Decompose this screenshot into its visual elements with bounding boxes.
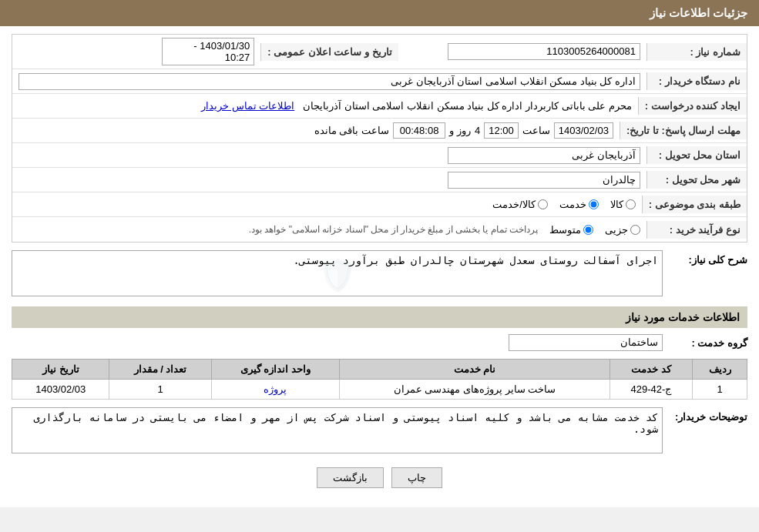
label-noe-farayand: نوع فرآیند خرید :	[646, 221, 747, 239]
services-table: ردیف کد خدمت نام خدمت واحد اندازه گیری ت…	[12, 359, 747, 400]
value-noe-farayand: جزیی متوسط پرداخت تمام یا بخشی از مبلغ خ…	[12, 221, 646, 239]
label-shahr: شهر محل تحویل :	[646, 171, 747, 189]
farayand-motovaset[interactable]: متوسط	[549, 224, 593, 236]
farayand-jozi[interactable]: جزیی	[605, 224, 640, 236]
towzih-textarea[interactable]: کد خدمت مشابه می باشد و کلیه اسناد پیوست…	[12, 407, 663, 453]
date-value: 1403/02/03	[554, 122, 613, 139]
value-ijad-konande: محرم علی باباتی کاربردار اداره کل بنیاد …	[12, 97, 638, 115]
row-noe-farayand: نوع فرآیند خرید : جزیی متوسط پرداخت تمام…	[12, 217, 747, 242]
value-ostan: آذربایجان غربی	[12, 144, 646, 167]
col-kod: کد خدمت	[610, 360, 693, 380]
value-shahr: چالدران	[12, 169, 646, 192]
value-nam-dastgah: اداره کل بنیاد مسکن انقلاب اسلامی استان …	[12, 70, 646, 93]
garoh-input: ساختمان	[509, 334, 663, 351]
row-ijad-konande: ایجاد کننده درخواست : محرم علی باباتی کا…	[12, 94, 747, 119]
garoh-value: ساختمان	[509, 334, 663, 351]
date-row: 1403/02/03 ساعت 12:00 4 روز و 00:48:08 س…	[18, 122, 613, 139]
tabaqe-kala-label: کالا	[610, 199, 623, 210]
roz-label: روز و	[449, 125, 471, 136]
farayand-jozi-label: جزیی	[605, 224, 628, 236]
table-row: 1 ج-42-429 ساخت سایر پروژه‌های مهندسی عم…	[12, 380, 747, 400]
label-mohlat: مهلت ارسال پاسخ: تا تاریخ:	[620, 122, 747, 139]
ostan-input: آذربایجان غربی	[448, 147, 640, 164]
label-tarikh: تاریخ و ساعت اعلان عمومی :	[260, 43, 398, 61]
countdown-value: 00:48:08	[393, 122, 446, 139]
khadamat-header: اطلاعات خدمات مورد نیاز	[12, 306, 747, 328]
garoh-row: گروه خدمت : ساختمان	[12, 334, 747, 351]
saat-label: ساعت	[522, 125, 550, 136]
sharh-koli-textarea[interactable]: اجرای آسفالت روستای سعدل شهرستان چالدران…	[12, 250, 663, 296]
value-tabaqe: کالا خدمت کالا/خدمت	[12, 196, 642, 213]
label-shomare: شماره نیاز :	[646, 43, 747, 61]
countdown-label: ساعت باقی مانده	[314, 125, 389, 136]
cell-radif: 1	[693, 380, 747, 400]
shahr-input: چالدران	[448, 172, 640, 189]
garoh-label: گروه خدمت :	[670, 337, 747, 349]
row-shahr: شهر محل تحویل : چالدران	[12, 168, 747, 192]
cell-tedad: 1	[109, 380, 211, 400]
tabaqe-kala-khedmat[interactable]: کالا/خدمت	[492, 199, 548, 210]
info-section-top: شماره نیاز : 1103005264000081 تاریخ و سا…	[12, 34, 747, 243]
label-ijad-konande: ایجاد کننده درخواست :	[638, 97, 747, 115]
button-row: چاپ بازگشت	[12, 456, 747, 500]
roz-value: 4	[475, 125, 480, 136]
towzih-section: توضیحات خریدار: کد خدمت مشابه می باشد و …	[12, 407, 747, 456]
sharh-koli-section: شرح کلی نیاز: 🛡️ اجرای آسفالت روستای سعد…	[12, 250, 747, 299]
farayand-radio-group: جزیی متوسط پرداخت تمام یا بخشی از مبلغ خ…	[18, 224, 640, 236]
tabaqe-radio-group: کالا خدمت کالا/خدمت	[18, 199, 636, 210]
towzih-container: کد خدمت مشابه می باشد و کلیه اسناد پیوست…	[12, 407, 663, 456]
tabaqe-khedmat[interactable]: خدمت	[559, 199, 599, 210]
tabaqe-khedmat-radio[interactable]	[589, 199, 599, 209]
sharh-koli-label: شرح کلی نیاز:	[670, 250, 747, 266]
col-nam: نام خدمت	[340, 360, 610, 380]
row-shomare-tarikh: شماره نیاز : 1103005264000081 تاریخ و سا…	[12, 35, 747, 69]
tamas-khardar-link[interactable]: اطلاعات تماس خریدار	[201, 100, 294, 112]
farayand-motovaset-radio[interactable]	[583, 225, 593, 235]
cell-nam: ساخت سایر پروژه‌های مهندسی عمران	[340, 380, 610, 400]
content-area: شماره نیاز : 1103005264000081 تاریخ و سا…	[0, 26, 759, 507]
row-tabaqe: طبقه بندی موضوعی : کالا خدمت	[12, 192, 747, 217]
sharh-koli-container: 🛡️ اجرای آسفالت روستای سعدل شهرستان چالد…	[12, 250, 663, 299]
value-shomare: 1103005264000081	[398, 40, 646, 63]
page-title: جزئیات اطلاعات نیاز	[650, 6, 747, 19]
towzih-label: توضیحات خریدار:	[670, 407, 747, 423]
tarikh-value: 1403/01/30 - 10:27	[162, 38, 254, 65]
table-section: ردیف کد خدمت نام خدمت واحد اندازه گیری ت…	[12, 359, 747, 400]
tabaqe-khedmat-label: خدمت	[559, 199, 586, 210]
value-tarikh: 1403/01/30 - 10:27	[12, 35, 260, 69]
col-tedad: تعداد / مقدار	[109, 360, 211, 380]
cell-kod: ج-42-429	[610, 380, 693, 400]
table-header-row: ردیف کد خدمت نام خدمت واحد اندازه گیری ت…	[12, 360, 747, 380]
tabaqe-kala-radio[interactable]	[626, 199, 636, 209]
page-wrapper: جزئیات اطلاعات نیاز شماره نیاز : 1103005…	[0, 0, 759, 507]
farayand-jozi-radio[interactable]	[630, 225, 640, 235]
row-ostan: استان محل تحویل : آذربایجان غربی	[12, 143, 747, 168]
col-tarikh: تاریخ نیاز	[12, 360, 109, 380]
tabaqe-kala-khedmat-radio[interactable]	[538, 199, 548, 209]
label-nam-dastgah: نام دستگاه خریدار :	[646, 72, 747, 90]
farayand-motovaset-label: متوسط	[549, 224, 581, 236]
row-nam-dastgah: نام دستگاه خریدار : اداره کل بنیاد مسکن …	[12, 69, 747, 94]
header-bar: جزئیات اطلاعات نیاز	[0, 0, 759, 26]
value-mohlat: 1403/02/03 ساعت 12:00 4 روز و 00:48:08 س…	[12, 119, 620, 142]
row-mohlat: مهلت ارسال پاسخ: تا تاریخ: 1403/02/03 سا…	[12, 119, 747, 143]
label-ostan: استان محل تحویل :	[646, 146, 747, 164]
col-radif: ردیف	[693, 360, 747, 380]
label-tabaqe: طبقه بندی موضوعی :	[642, 196, 747, 213]
back-button[interactable]: بازگشت	[317, 467, 384, 488]
cell-tarikh: 1403/02/03	[12, 380, 109, 400]
col-vahed: واحد اندازه گیری	[211, 360, 340, 380]
tabaqe-kala[interactable]: کالا	[610, 199, 636, 210]
tabaqe-kala-khedmat-label: کالا/خدمت	[492, 199, 536, 210]
shomare-niaz-input: 1103005264000081	[448, 43, 640, 60]
print-button[interactable]: چاپ	[391, 467, 442, 488]
cell-vahed: پروژه	[211, 380, 340, 400]
farayand-desc: پرداخت تمام یا بخشی از مبلغ خریدار از مح…	[249, 224, 538, 235]
ijad-konande-text: محرم علی باباتی کاربردار اداره کل بنیاد …	[303, 100, 632, 112]
dastgah-input: اداره کل بنیاد مسکن انقلاب اسلامی استان …	[18, 73, 640, 90]
saat-value: 12:00	[484, 122, 519, 139]
